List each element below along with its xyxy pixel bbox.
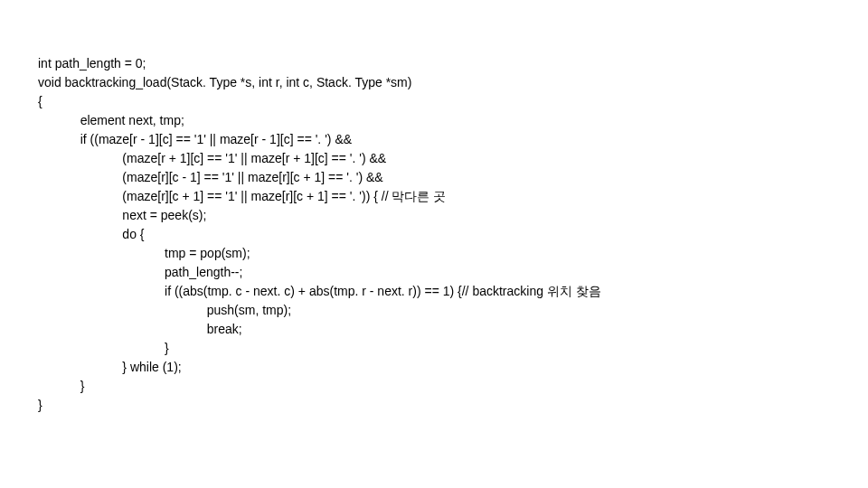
- code-line: next = peek(s);: [38, 206, 868, 225]
- code-line: do {: [38, 225, 868, 244]
- code-line: int path_length = 0;: [38, 54, 868, 73]
- code-line: if ((maze[r - 1][c] == '1' || maze[r - 1…: [38, 130, 868, 149]
- code-block: int path_length = 0; void backtracking_l…: [38, 54, 868, 415]
- code-line: void backtracking_load(Stack. Type *s, i…: [38, 73, 868, 92]
- code-line: (maze[r + 1][c] == '1' || maze[r + 1][c]…: [38, 149, 868, 168]
- code-line: path_length--;: [38, 263, 868, 282]
- code-line: }: [38, 339, 868, 358]
- code-line: element next, tmp;: [38, 111, 868, 130]
- code-line: break;: [38, 320, 868, 339]
- code-line: (maze[r][c - 1] == '1' || maze[r][c + 1]…: [38, 168, 868, 187]
- code-line: } while (1);: [38, 358, 868, 377]
- code-line: {: [38, 92, 868, 111]
- code-line: if ((abs(tmp. c - next. c) + abs(tmp. r …: [38, 282, 868, 301]
- code-line: (maze[r][c + 1] == '1' || maze[r][c + 1]…: [38, 187, 868, 206]
- code-line: }: [38, 377, 868, 396]
- code-line: tmp = pop(sm);: [38, 244, 868, 263]
- code-line: }: [38, 396, 868, 415]
- code-line: push(sm, tmp);: [38, 301, 868, 320]
